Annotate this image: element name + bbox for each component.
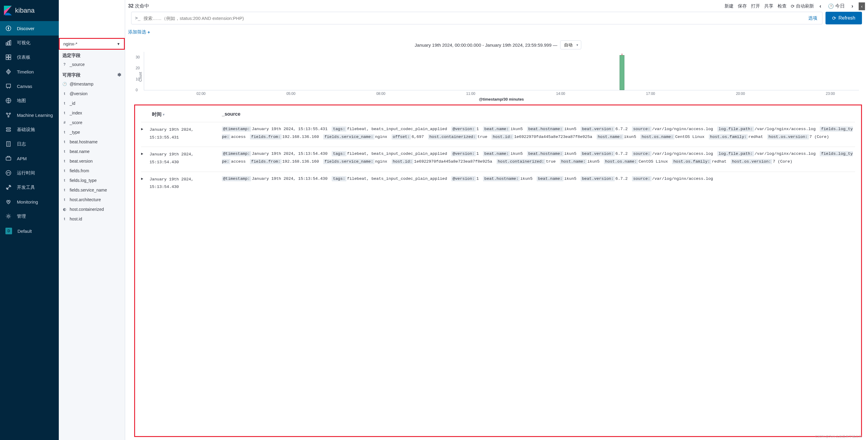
- field-key: beat.version:: [581, 176, 615, 181]
- field-item[interactable]: ◐host.containerized: [59, 204, 125, 214]
- nav-item-apm[interactable]: APM: [0, 151, 59, 166]
- documents-table: 时间 ▾ _source ▶January 19th 2024, 15:13:5…: [134, 104, 862, 437]
- open-button[interactable]: 打开: [751, 3, 760, 9]
- svg-rect-6: [6, 58, 8, 60]
- field-value: /var/log/nginx/access.log: [652, 127, 713, 131]
- field-type-icon: ◐: [62, 207, 67, 211]
- column-time-header[interactable]: 时间 ▾: [152, 111, 222, 118]
- refresh-cycle-icon: ⟳: [791, 4, 795, 9]
- field-item[interactable]: tfields.service_name: [59, 185, 125, 195]
- field-value: true: [477, 135, 487, 139]
- nav-item-canvas[interactable]: Canvas: [0, 79, 59, 93]
- doc-source: @timestamp:January 19th 2024, 15:13:55.4…: [222, 125, 855, 141]
- field-key: host.os.name:: [604, 159, 638, 164]
- add-filter-link[interactable]: 添加筛选 +: [128, 29, 865, 35]
- field-name: beat.version: [70, 159, 93, 164]
- nav-item-barchart[interactable]: 可视化: [0, 36, 59, 50]
- search-box[interactable]: >_ 选项: [131, 12, 823, 24]
- field-item[interactable]: #_score: [59, 118, 125, 127]
- field-key: beat.version:: [581, 127, 615, 132]
- table-row: ▶January 19th 2024, 15:13:54.430@timesta…: [141, 172, 855, 196]
- time-next-button[interactable]: ›: [850, 3, 855, 9]
- gear-icon[interactable]: [117, 73, 121, 78]
- nav-item-dashboard[interactable]: 仪表板: [0, 50, 59, 64]
- save-button[interactable]: 保存: [738, 3, 747, 9]
- topbar-actions: 新建 保存 打开 共享 检查 ⟳ 自动刷新 ‹ 🕑今日 › ‹: [724, 2, 865, 10]
- field-name: _type: [70, 130, 80, 135]
- nav-item-compass[interactable]: Discover: [0, 21, 59, 36]
- chart-plot-area[interactable]: 0102030: [144, 52, 859, 90]
- interval-select[interactable]: 自动: [560, 40, 581, 49]
- field-value: 7 (Core): [773, 159, 792, 164]
- field-type-icon: t: [62, 217, 67, 221]
- heartbeat-icon: [5, 199, 11, 205]
- default-badge-icon: D: [5, 228, 12, 234]
- field-type-icon: #: [62, 121, 67, 125]
- barchart-icon: [5, 40, 11, 46]
- field-name: fields.service_name: [70, 188, 107, 193]
- field-item[interactable]: t_id: [59, 99, 125, 108]
- expand-row-button[interactable]: ▶: [141, 125, 150, 141]
- collapse-panel-icon[interactable]: ‹: [859, 2, 865, 10]
- field-value: ikun5: [564, 151, 577, 156]
- refresh-button[interactable]: ⟳ Refresh: [826, 12, 862, 24]
- field-item[interactable]: t_type: [59, 127, 125, 137]
- available-fields-heading: 可用字段: [62, 72, 81, 78]
- search-input[interactable]: [144, 16, 805, 21]
- field-value: 7 (Core): [809, 135, 829, 139]
- field-key: host.os.name:: [640, 134, 675, 139]
- field-item[interactable]: tbeat.hostname: [59, 137, 125, 147]
- expand-row-button[interactable]: ▶: [141, 150, 150, 166]
- field-type-icon: 🕑: [62, 82, 67, 86]
- field-key: beat.hostname:: [527, 151, 563, 156]
- watermark: CSDN @为什么老是名字被占用: [815, 434, 862, 439]
- histogram-bar[interactable]: [620, 55, 624, 90]
- field-key: source:: [632, 127, 652, 132]
- field-item[interactable]: thost.architecture: [59, 195, 125, 204]
- nav-item-gear[interactable]: 管理: [0, 209, 59, 224]
- field-type-icon: t: [62, 92, 67, 96]
- nav-item-timelion[interactable]: Timelion: [0, 64, 59, 79]
- field-item[interactable]: tfields.log_type: [59, 176, 125, 185]
- field-item[interactable]: tfields.from: [59, 166, 125, 176]
- field-type-icon: t: [62, 169, 67, 173]
- share-button[interactable]: 共享: [764, 3, 773, 9]
- search-options-link[interactable]: 选项: [808, 15, 818, 21]
- column-source-header[interactable]: _source: [222, 111, 855, 118]
- field-value: ikun5: [624, 135, 637, 139]
- field-item[interactable]: ?_source: [59, 60, 125, 69]
- field-item[interactable]: tbeat.name: [59, 147, 125, 156]
- field-type-icon: t: [62, 111, 67, 115]
- inspect-button[interactable]: 检查: [778, 3, 786, 9]
- field-item[interactable]: thost.id: [59, 214, 125, 224]
- nav-item-heartbeat[interactable]: Monitoring: [0, 195, 59, 209]
- new-button[interactable]: 新建: [724, 3, 734, 9]
- gear-icon: [5, 213, 11, 219]
- brand-logo[interactable]: kibana: [0, 0, 59, 21]
- time-picker-button[interactable]: 🕑今日: [827, 2, 846, 10]
- field-item[interactable]: t_index: [59, 108, 125, 118]
- nav-item-ml[interactable]: Machine Learning: [0, 108, 59, 122]
- nav-item-devtools[interactable]: 开发工具: [0, 180, 59, 195]
- expand-row-button[interactable]: ▶: [141, 175, 150, 191]
- field-key: tags:: [332, 176, 346, 181]
- nav-default[interactable]: D Default: [0, 224, 59, 239]
- query-prompt-icon: >_: [135, 15, 141, 21]
- auto-refresh-button[interactable]: ⟳ 自动刷新: [791, 3, 814, 9]
- nav-item-map[interactable]: 地图: [0, 93, 59, 108]
- nav-item-logs[interactable]: 日志: [0, 137, 59, 151]
- field-value: 192.168.136.160: [282, 159, 319, 164]
- nav-item-uptime[interactable]: 运行时间: [0, 166, 59, 180]
- x-axis: 02:0005:0008:0011:0014:0017:0020:0023:00: [144, 90, 859, 96]
- field-item[interactable]: t@version: [59, 89, 125, 99]
- index-pattern-select[interactable]: nginx-* ▼: [59, 38, 125, 50]
- field-item[interactable]: 🕑@timestamp: [59, 79, 125, 89]
- map-icon: [5, 98, 11, 104]
- nav-item-infra[interactable]: 基础设施: [0, 122, 59, 137]
- field-value: nginx: [375, 135, 388, 139]
- field-type-icon: t: [62, 101, 67, 105]
- time-prev-button[interactable]: ‹: [818, 3, 823, 9]
- nav-label: 基础设施: [17, 127, 35, 133]
- field-value: ikun5: [510, 127, 523, 131]
- field-item[interactable]: tbeat.version: [59, 156, 125, 166]
